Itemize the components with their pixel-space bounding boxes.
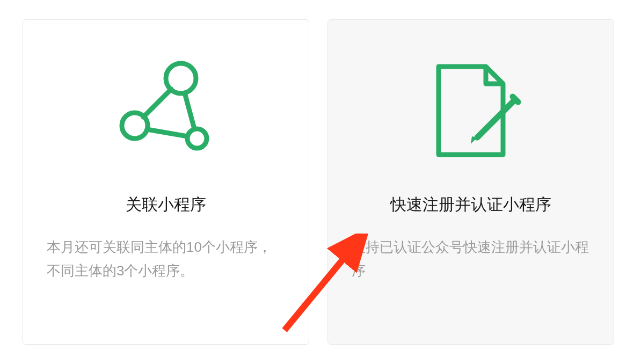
svg-line-4 — [185, 93, 194, 129]
svg-point-2 — [187, 129, 207, 148]
card-link-miniprogram[interactable]: 关联小程序 本月还可关联同主体的10个小程序，不同主体的3个小程序。 — [23, 19, 309, 345]
card-quick-register[interactable]: 快速注册并认证小程序 支持已认证公众号快速注册并认证小程序 — [327, 19, 614, 345]
card-title: 关联小程序 — [126, 194, 206, 216]
card-description: 支持已认证公众号快速注册并认证小程序 — [352, 235, 590, 282]
svg-line-3 — [143, 89, 171, 117]
document-edit-icon — [417, 49, 525, 172]
svg-line-6 — [477, 100, 515, 137]
card-title: 快速注册并认证小程序 — [390, 194, 551, 216]
svg-line-5 — [147, 129, 187, 136]
card-description: 本月还可关联同主体的10个小程序，不同主体的3个小程序。 — [47, 235, 285, 282]
svg-line-7 — [513, 97, 518, 102]
cards-container: 关联小程序 本月还可关联同主体的10个小程序，不同主体的3个小程序。 快速注册并… — [0, 0, 641, 364]
network-graph-icon — [112, 49, 220, 172]
